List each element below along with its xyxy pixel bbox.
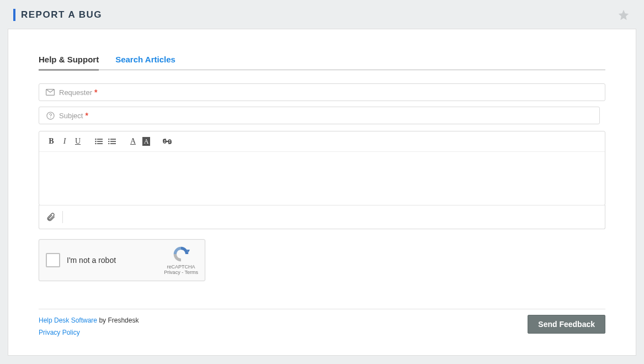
unordered-list-button[interactable] [92, 136, 105, 147]
text-color-button[interactable]: A [126, 136, 140, 147]
bold-button[interactable]: B [45, 136, 58, 147]
editor-toolbar: B I U A A [39, 131, 605, 152]
editor-textarea[interactable] [39, 152, 605, 205]
form-card: Help & Support Search Articles Requester… [8, 29, 636, 356]
by-freshdesk-text: by Freshdesk [97, 316, 139, 324]
recaptcha-logo-icon [172, 245, 190, 263]
attachment-row [39, 205, 605, 229]
svg-rect-13 [108, 143, 110, 144]
attachment-divider [62, 211, 63, 223]
svg-point-7 [95, 143, 96, 144]
tab-help-support[interactable]: Help & Support [39, 51, 99, 70]
svg-rect-10 [110, 139, 116, 140]
envelope-icon [45, 88, 56, 97]
send-feedback-button[interactable]: Send Feedback [528, 315, 605, 334]
favorite-star-icon[interactable] [618, 9, 636, 21]
title-accent-bar [13, 9, 15, 21]
question-circle-icon [45, 111, 56, 120]
footer-links: Help Desk Software by Freshdesk Privacy … [39, 315, 139, 339]
requester-placeholder: Requester [59, 88, 92, 97]
description-editor: B I U A A [39, 131, 605, 205]
subject-field-wrapper[interactable]: Subject * [39, 107, 600, 124]
recaptcha-widget: I'm not a robot reCAPTCHA Privacy - Term… [39, 239, 205, 281]
svg-rect-6 [97, 141, 103, 142]
svg-point-2 [50, 117, 50, 118]
subject-input[interactable] [88, 112, 594, 120]
svg-rect-8 [97, 143, 103, 144]
tab-search-articles[interactable]: Search Articles [115, 51, 175, 70]
recaptcha-terms-link[interactable]: Terms [185, 270, 199, 275]
svg-rect-14 [110, 143, 116, 144]
ordered-list-button[interactable] [105, 136, 119, 147]
tab-bar: Help & Support Search Articles [39, 51, 605, 70]
svg-point-3 [95, 139, 96, 140]
requester-field-wrapper[interactable]: Requester * [39, 83, 605, 101]
card-footer: Help Desk Software by Freshdesk Privacy … [39, 309, 605, 339]
highlight-button[interactable]: A [140, 136, 153, 147]
requester-input[interactable] [97, 88, 599, 97]
svg-rect-9 [108, 139, 110, 140]
svg-rect-12 [110, 141, 116, 142]
svg-point-5 [95, 141, 96, 142]
recaptcha-checkbox[interactable] [46, 253, 60, 267]
recaptcha-label: I'm not a robot [67, 256, 164, 265]
recaptcha-brand: reCAPTCHA Privacy - Terms [164, 245, 198, 275]
italic-button[interactable]: I [58, 136, 71, 147]
link-button[interactable] [161, 136, 174, 147]
help-desk-software-link[interactable]: Help Desk Software [39, 316, 97, 324]
page-header: REPORT A BUG [8, 7, 636, 29]
recaptcha-privacy-link[interactable]: Privacy [164, 270, 180, 275]
subject-placeholder: Subject [59, 112, 83, 120]
page-title: REPORT A BUG [21, 9, 102, 20]
recaptcha-brand-text: reCAPTCHA [167, 264, 195, 270]
svg-rect-4 [97, 139, 103, 140]
svg-rect-11 [108, 141, 110, 142]
privacy-policy-link[interactable]: Privacy Policy [39, 329, 80, 336]
underline-button[interactable]: U [71, 136, 84, 147]
paperclip-icon[interactable] [46, 212, 56, 222]
